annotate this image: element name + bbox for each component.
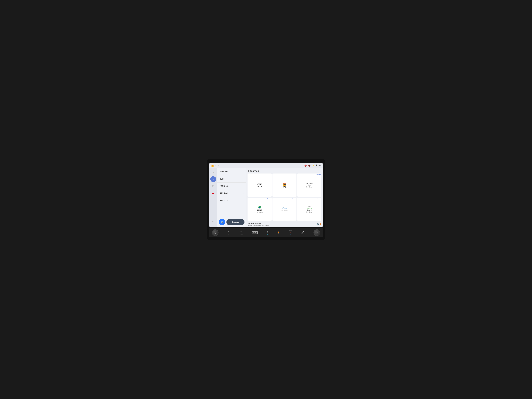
menu-item-fm-radio-label: FM Radio [220, 185, 229, 187]
fav-card-grammy[interactable]: siriusxm The Grammy Channel No signal [297, 198, 321, 221]
fav-card-cnbc[interactable]: siriusxm 🦚 CNBC No signal [247, 198, 272, 221]
header-title: Radio [215, 165, 220, 167]
header-bar: 📻 Radio 🔇 📵 ⚡ 7:48 [209, 163, 323, 168]
cnbc-logo: 🦚 CNBC [257, 206, 262, 211]
grammy-no-signal: No signal [306, 211, 312, 213]
car-frame: 📻 Radio 🔇 📵 ⚡ 7:48 ▲ ♪ ✆ 🚗 ⚙ [207, 159, 325, 240]
fan-off-label: OFF [228, 233, 230, 235]
grammy-logo: The Grammy Channel [307, 206, 312, 211]
fav-card-wtop[interactable]: wtop 103.5 [247, 173, 272, 197]
menu-item-siriusxm-label: SiriusXM [220, 200, 228, 202]
rear-arrows-control: REAR ▲ ▼ [289, 230, 292, 235]
menu-item-favorites-label: Favorites [220, 171, 228, 173]
sources-button[interactable]: Sources [226, 219, 245, 225]
sidebar-item-settings[interactable]: ⚙ [210, 219, 216, 225]
menu-item-am-radio-label: AM Radio [220, 192, 229, 195]
wtop-logo: wtop [257, 183, 262, 185]
right-knob-icon: ⟳ [316, 231, 318, 234]
hd-icon: 🔊 [317, 223, 319, 225]
grammy-siriusxm-badge: siriusxm [317, 198, 321, 199]
fan-off-control: ✳ OFF [228, 230, 230, 235]
now-playing-station: 94.5·JAMN-HD1 [248, 222, 269, 224]
fan-icon: ✳ [228, 230, 230, 233]
favorites-grid: wtop 103.5 📻 97.1 siriusxm Bloomberg Rad… [246, 173, 323, 221]
radio-icon: 📻 [211, 165, 214, 167]
vol-knob[interactable]: VOL ⏻ [212, 229, 219, 236]
heat-front-icon: ≋ [240, 230, 242, 233]
menu-item-favorites[interactable]: Favorites [217, 168, 246, 175]
car-controls: VOL ⏻ ✳ OFF ≋ FRONT SYNC ❄ 📺 🚶 REAR ▲ ▼ [209, 228, 323, 237]
menu-item-am-radio[interactable]: AM Radio › [217, 190, 246, 197]
sidebar-item-music[interactable]: ♪ [210, 176, 216, 182]
arrow-down-icon: ▼ [290, 233, 291, 235]
fav-card-bloomberg[interactable]: siriusxm Bloomberg Radio No signal [297, 173, 321, 197]
search-icon: 🔍 [221, 221, 224, 224]
ac-display-icon: 📺 [267, 233, 268, 235]
mute-icon: 🔇 [304, 165, 307, 167]
main-content: ▲ ♪ ✆ 🚗 ⚙ Favorites Tune FM Radio › [209, 168, 323, 227]
person-control: 🚶 [277, 231, 280, 234]
sidebar: ▲ ♪ ✆ 🚗 ⚙ [209, 168, 217, 227]
menu-panel: Favorites Tune FM Radio › AM Radio › Sir… [217, 168, 246, 227]
wtop-freq: 103.5 [257, 185, 262, 188]
rear-arrows: ▲ ▼ [290, 232, 291, 235]
rear-label-top: REAR [289, 230, 292, 232]
cnbc-siriusxm-badge: siriusxm [267, 198, 271, 199]
bluetooth-icon: ⚡ [312, 165, 314, 167]
now-playing-info: 94.5·JAMN-HD1 Jordan Adetunji / Kehlani·… [248, 222, 269, 226]
rear-btn-label: REAR [301, 233, 304, 234]
radio-card-icon: 📻 [283, 182, 286, 186]
sidebar-item-phone[interactable]: ✆ [210, 183, 216, 189]
vol-label: VOL [214, 231, 216, 233]
header-right: 🔇 📵 ⚡ 7:48 [304, 164, 321, 167]
sidebar-item-car[interactable]: 🚗 [210, 190, 216, 196]
spa-siriusxm-badge: siriusxm [291, 198, 296, 199]
freq-97-1: 97.1 [283, 186, 286, 188]
menu-item-tune[interactable]: Tune [217, 175, 246, 183]
rear-power-icon: ⏻ [302, 230, 304, 233]
ac-control: ❄ 📺 [267, 230, 268, 235]
hd-badge: 🔊 1 [317, 223, 321, 225]
power-label: ⏻ [215, 233, 216, 234]
favorites-section-title: Favorites [246, 168, 323, 173]
am-radio-chevron-icon: › [243, 192, 243, 194]
fav-card-spa[interactable]: siriusxm 🌊 spa No signal [272, 198, 297, 221]
screen: 📻 Radio 🔇 📵 ⚡ 7:48 ▲ ♪ ✆ 🚗 ⚙ [209, 163, 323, 227]
now-playing-artist: Jordan Adetunji / Kehlani·Kehlani [248, 224, 269, 226]
person-icon: 🚶 [277, 231, 280, 234]
fm-radio-chevron-icon: › [243, 185, 243, 187]
bloomberg-logo: Bloomberg Radio [306, 183, 312, 186]
spa-logo: 🌊 spa [282, 207, 287, 209]
sync-badge[interactable]: SYNC [252, 231, 258, 234]
signal-icon: 📵 [308, 165, 310, 167]
fav-card-97-1[interactable]: 📻 97.1 [272, 173, 297, 197]
heat-front-label: FRONT [239, 233, 243, 235]
cnbc-no-signal: No signal [256, 211, 263, 213]
header-left: 📻 Radio [211, 165, 220, 167]
hd-number: 1 [320, 223, 321, 225]
bloomberg-siriusxm-badge: siriusxm [317, 174, 321, 175]
menu-item-tune-label: Tune [220, 178, 225, 180]
content-area: Favorites wtop 103.5 📻 97.1 siriusxm [246, 168, 323, 227]
menu-item-fm-radio[interactable]: FM Radio › [217, 183, 246, 190]
menu-bottom: 🔍 Sources [217, 217, 246, 227]
right-knob[interactable]: ⟳ [314, 229, 320, 236]
spa-no-signal: No signal [281, 210, 287, 211]
siriusxm-chevron-icon: › [243, 200, 243, 202]
time-display: 7:48 [316, 164, 321, 167]
sidebar-item-navigation[interactable]: ▲ [210, 169, 216, 175]
ac-icon: ❄ [267, 230, 268, 233]
search-button[interactable]: 🔍 [219, 219, 225, 225]
arrow-up-icon: ▲ [290, 232, 291, 233]
rear-power-control[interactable]: ⏻ REAR [301, 230, 304, 234]
menu-item-siriusxm[interactable]: SiriusXM › [217, 197, 246, 204]
sync-label: SYNC [253, 232, 257, 233]
now-playing-bar: 94.5·JAMN-HD1 Jordan Adetunji / Kehlani·… [246, 221, 323, 227]
bloomberg-no-signal: No signal [306, 186, 312, 188]
heat-front-control: ≋ FRONT [239, 230, 243, 235]
